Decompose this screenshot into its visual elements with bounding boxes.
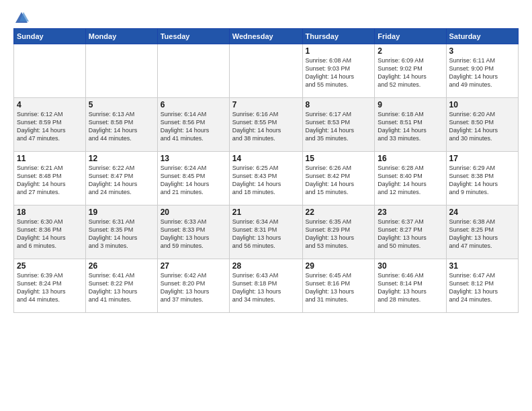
day-cell <box>85 44 157 98</box>
day-info: Sunrise: 6:09 AM Sunset: 9:02 PM Dayligh… <box>378 56 443 89</box>
day-number: 31 <box>449 261 515 271</box>
day-info: Sunrise: 6:29 AM Sunset: 8:38 PM Dayligh… <box>449 164 515 197</box>
day-info: Sunrise: 6:41 AM Sunset: 8:22 PM Dayligh… <box>89 271 154 304</box>
header-sunday: Sunday <box>14 29 86 44</box>
day-number: 22 <box>306 208 372 217</box>
day-cell <box>157 44 229 98</box>
day-info: Sunrise: 6:46 AM Sunset: 8:14 PM Dayligh… <box>378 271 443 304</box>
day-cell: 1Sunrise: 6:08 AM Sunset: 9:03 PM Daylig… <box>302 44 375 98</box>
day-info: Sunrise: 6:35 AM Sunset: 8:29 PM Dayligh… <box>306 218 372 250</box>
day-cell: 21Sunrise: 6:34 AM Sunset: 8:31 PM Dayli… <box>229 205 302 259</box>
header-wednesday: Wednesday <box>229 29 302 44</box>
day-info: Sunrise: 6:14 AM Sunset: 8:56 PM Dayligh… <box>161 110 226 143</box>
day-info: Sunrise: 6:18 AM Sunset: 8:51 PM Dayligh… <box>378 110 443 143</box>
day-number: 21 <box>232 208 300 217</box>
logo <box>13 11 30 23</box>
day-cell <box>229 44 302 98</box>
day-info: Sunrise: 6:42 AM Sunset: 8:20 PM Dayligh… <box>161 271 226 304</box>
day-info: Sunrise: 6:08 AM Sunset: 9:03 PM Dayligh… <box>306 56 372 89</box>
day-info: Sunrise: 6:21 AM Sunset: 8:48 PM Dayligh… <box>17 164 83 197</box>
day-info: Sunrise: 6:24 AM Sunset: 8:45 PM Dayligh… <box>161 164 226 197</box>
day-number: 7 <box>232 100 300 109</box>
day-info: Sunrise: 6:37 AM Sunset: 8:27 PM Dayligh… <box>378 218 443 250</box>
day-cell: 19Sunrise: 6:31 AM Sunset: 8:35 PM Dayli… <box>85 205 157 259</box>
day-cell: 18Sunrise: 6:30 AM Sunset: 8:36 PM Dayli… <box>14 205 86 259</box>
day-number: 18 <box>17 208 83 217</box>
day-info: Sunrise: 6:45 AM Sunset: 8:16 PM Dayligh… <box>306 271 372 304</box>
day-info: Sunrise: 6:28 AM Sunset: 8:40 PM Dayligh… <box>378 164 443 197</box>
day-number: 2 <box>378 46 443 56</box>
day-cell: 26Sunrise: 6:41 AM Sunset: 8:22 PM Dayli… <box>85 259 157 313</box>
day-info: Sunrise: 6:12 AM Sunset: 8:59 PM Dayligh… <box>17 110 83 143</box>
day-number: 3 <box>449 46 515 56</box>
calendar-header-row: SundayMondayTuesdayWednesdayThursdayFrid… <box>14 29 519 44</box>
day-cell: 29Sunrise: 6:45 AM Sunset: 8:16 PM Dayli… <box>302 259 375 313</box>
day-info: Sunrise: 6:31 AM Sunset: 8:35 PM Dayligh… <box>89 218 154 250</box>
week-row-3: 11Sunrise: 6:21 AM Sunset: 8:48 PM Dayli… <box>14 152 519 205</box>
header-tuesday: Tuesday <box>157 29 229 44</box>
header-saturday: Saturday <box>446 29 518 44</box>
week-row-4: 18Sunrise: 6:30 AM Sunset: 8:36 PM Dayli… <box>14 205 519 259</box>
day-number: 25 <box>17 261 83 271</box>
day-number: 10 <box>449 100 515 109</box>
day-cell: 6Sunrise: 6:14 AM Sunset: 8:56 PM Daylig… <box>157 98 229 152</box>
day-number: 28 <box>232 261 300 271</box>
day-info: Sunrise: 6:11 AM Sunset: 9:00 PM Dayligh… <box>449 56 515 89</box>
week-row-1: 1Sunrise: 6:08 AM Sunset: 9:03 PM Daylig… <box>14 44 519 98</box>
day-cell: 25Sunrise: 6:39 AM Sunset: 8:24 PM Dayli… <box>14 259 86 313</box>
day-number: 16 <box>378 154 443 163</box>
day-number: 14 <box>232 154 300 163</box>
day-info: Sunrise: 6:30 AM Sunset: 8:36 PM Dayligh… <box>17 218 83 250</box>
day-number: 15 <box>306 154 372 163</box>
day-number: 13 <box>161 154 226 163</box>
calendar-table: SundayMondayTuesdayWednesdayThursdayFrid… <box>13 28 519 313</box>
week-row-2: 4Sunrise: 6:12 AM Sunset: 8:59 PM Daylig… <box>14 98 519 152</box>
header <box>13 11 519 23</box>
day-cell: 2Sunrise: 6:09 AM Sunset: 9:02 PM Daylig… <box>375 44 446 98</box>
day-cell: 30Sunrise: 6:46 AM Sunset: 8:14 PM Dayli… <box>375 259 446 313</box>
day-number: 23 <box>378 208 443 217</box>
day-info: Sunrise: 6:38 AM Sunset: 8:25 PM Dayligh… <box>449 218 515 250</box>
header-thursday: Thursday <box>302 29 375 44</box>
day-info: Sunrise: 6:47 AM Sunset: 8:12 PM Dayligh… <box>449 271 515 304</box>
day-number: 12 <box>89 154 154 163</box>
day-cell: 28Sunrise: 6:43 AM Sunset: 8:18 PM Dayli… <box>229 259 302 313</box>
day-cell: 5Sunrise: 6:13 AM Sunset: 8:58 PM Daylig… <box>85 98 157 152</box>
day-cell: 11Sunrise: 6:21 AM Sunset: 8:48 PM Dayli… <box>14 152 86 205</box>
day-number: 5 <box>89 100 154 109</box>
day-info: Sunrise: 6:22 AM Sunset: 8:47 PM Dayligh… <box>89 164 154 197</box>
day-number: 26 <box>89 261 154 271</box>
day-number: 20 <box>161 208 226 217</box>
day-number: 30 <box>378 261 443 271</box>
day-number: 24 <box>449 208 515 217</box>
page: SundayMondayTuesdayWednesdayThursdayFrid… <box>0 0 532 411</box>
day-cell: 15Sunrise: 6:26 AM Sunset: 8:42 PM Dayli… <box>302 152 375 205</box>
day-cell: 7Sunrise: 6:16 AM Sunset: 8:55 PM Daylig… <box>229 98 302 152</box>
day-cell: 13Sunrise: 6:24 AM Sunset: 8:45 PM Dayli… <box>157 152 229 205</box>
day-cell: 12Sunrise: 6:22 AM Sunset: 8:47 PM Dayli… <box>85 152 157 205</box>
logo-icon <box>14 11 29 26</box>
day-info: Sunrise: 6:13 AM Sunset: 8:58 PM Dayligh… <box>89 110 154 143</box>
day-number: 29 <box>306 261 372 271</box>
day-cell <box>14 44 86 98</box>
day-info: Sunrise: 6:25 AM Sunset: 8:43 PM Dayligh… <box>232 164 300 197</box>
day-cell: 31Sunrise: 6:47 AM Sunset: 8:12 PM Dayli… <box>446 259 518 313</box>
day-info: Sunrise: 6:17 AM Sunset: 8:53 PM Dayligh… <box>306 110 372 143</box>
day-number: 17 <box>449 154 515 163</box>
day-number: 27 <box>161 261 226 271</box>
header-friday: Friday <box>375 29 446 44</box>
week-row-5: 25Sunrise: 6:39 AM Sunset: 8:24 PM Dayli… <box>14 259 519 313</box>
day-number: 4 <box>17 100 83 109</box>
day-cell: 3Sunrise: 6:11 AM Sunset: 9:00 PM Daylig… <box>446 44 518 98</box>
day-cell: 4Sunrise: 6:12 AM Sunset: 8:59 PM Daylig… <box>14 98 86 152</box>
day-info: Sunrise: 6:16 AM Sunset: 8:55 PM Dayligh… <box>232 110 300 143</box>
day-info: Sunrise: 6:20 AM Sunset: 8:50 PM Dayligh… <box>449 110 515 143</box>
day-cell: 16Sunrise: 6:28 AM Sunset: 8:40 PM Dayli… <box>375 152 446 205</box>
day-cell: 22Sunrise: 6:35 AM Sunset: 8:29 PM Dayli… <box>302 205 375 259</box>
day-cell: 27Sunrise: 6:42 AM Sunset: 8:20 PM Dayli… <box>157 259 229 313</box>
day-cell: 24Sunrise: 6:38 AM Sunset: 8:25 PM Dayli… <box>446 205 518 259</box>
day-info: Sunrise: 6:39 AM Sunset: 8:24 PM Dayligh… <box>17 271 83 304</box>
header-monday: Monday <box>85 29 157 44</box>
day-info: Sunrise: 6:26 AM Sunset: 8:42 PM Dayligh… <box>306 164 372 197</box>
day-number: 9 <box>378 100 443 109</box>
